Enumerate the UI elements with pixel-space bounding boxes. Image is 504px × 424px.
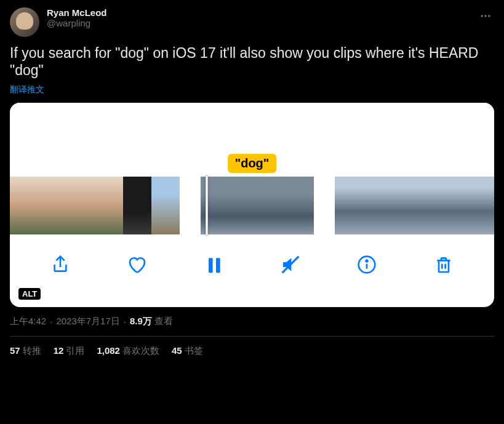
- speaker-muted-icon: [281, 255, 300, 274]
- timeline-frame: [420, 177, 448, 234]
- timeline-frame: [335, 177, 363, 234]
- svg-point-1: [484, 15, 486, 17]
- timeline-frame: [95, 177, 123, 234]
- pause-icon: [204, 255, 223, 274]
- retweets-count: 57: [10, 345, 20, 357]
- quotes-stat[interactable]: 12 引用: [54, 345, 85, 357]
- dot-separator: ·: [50, 316, 52, 327]
- media-toolbar: [10, 234, 494, 295]
- retweets-stat[interactable]: 57 转推: [10, 345, 41, 357]
- media-card[interactable]: "dog": [10, 103, 494, 307]
- timeline-frame: [123, 177, 151, 234]
- avatar[interactable]: [10, 7, 39, 37]
- timeline-frame: [257, 177, 286, 234]
- tweet-text: If you search for "dog" on iOS 17 it'll …: [10, 44, 494, 79]
- svg-rect-3: [209, 258, 213, 273]
- pause-button[interactable]: [201, 252, 226, 277]
- timeline-frame: [229, 177, 257, 234]
- timeline-frame: [201, 177, 229, 234]
- svg-point-2: [488, 15, 490, 17]
- divider: [10, 336, 494, 337]
- tweet: Ryan McLeod @warpling If you search for …: [0, 0, 504, 364]
- tweet-stats: 57 转推 12 引用 1,082 喜欢次数 45 书签: [10, 345, 494, 357]
- timeline-frame: [286, 177, 314, 234]
- quotes-label: 引用: [66, 345, 84, 357]
- share-icon: [50, 255, 70, 274]
- more-button[interactable]: [477, 7, 494, 27]
- video-timeline[interactable]: [10, 177, 494, 234]
- timeline-frame: [476, 177, 494, 234]
- views-count: 8.9万: [130, 316, 152, 327]
- timeline-frame: [448, 177, 476, 234]
- tweet-time[interactable]: 上午4:42: [10, 316, 46, 327]
- bookmarks-stat[interactable]: 45 书签: [172, 345, 203, 357]
- translate-link[interactable]: 翻译推文: [10, 84, 44, 95]
- timeline-frame: [363, 177, 391, 234]
- timeline-frame: [38, 177, 66, 234]
- caption-keyword-label: "dog": [228, 154, 277, 173]
- quotes-count: 12: [54, 345, 64, 357]
- svg-point-0: [481, 15, 483, 17]
- bookmarks-label: 书签: [185, 345, 203, 357]
- display-name[interactable]: Ryan McLeod: [47, 7, 470, 18]
- heart-icon: [127, 255, 147, 274]
- timeline-frame: [391, 177, 420, 234]
- clip-group-3[interactable]: [335, 177, 494, 234]
- timeline-frame: [151, 177, 180, 234]
- tweet-header: Ryan McLeod @warpling: [10, 7, 494, 37]
- like-button[interactable]: [125, 252, 150, 277]
- retweets-label: 转推: [23, 345, 41, 357]
- timeline-frame: [66, 177, 95, 234]
- likes-label: 喜欢次数: [122, 345, 159, 357]
- info-icon: [357, 255, 377, 274]
- likes-stat[interactable]: 1,082 喜欢次数: [97, 345, 159, 357]
- user-info: Ryan McLeod @warpling: [47, 7, 470, 28]
- more-icon: [479, 10, 492, 22]
- media-whitespace: "dog": [10, 103, 494, 177]
- info-button[interactable]: [354, 252, 379, 277]
- tweet-meta: 上午4:42 · 2023年7月17日 · 8.9万 查看: [10, 316, 494, 327]
- username[interactable]: @warpling: [47, 18, 470, 28]
- share-button[interactable]: [48, 252, 73, 277]
- playhead[interactable]: [206, 175, 208, 236]
- svg-point-8: [366, 260, 368, 262]
- alt-badge[interactable]: ALT: [18, 288, 41, 300]
- svg-rect-4: [216, 258, 220, 273]
- timeline-frame: [10, 177, 38, 234]
- clip-group-2[interactable]: [201, 177, 314, 234]
- trash-icon: [434, 255, 454, 274]
- bookmarks-count: 45: [172, 345, 182, 357]
- mute-button[interactable]: [278, 252, 303, 277]
- dot-separator: ·: [124, 316, 126, 327]
- likes-count: 1,082: [97, 345, 120, 357]
- clip-group-1[interactable]: [10, 177, 180, 234]
- delete-button[interactable]: [431, 252, 456, 277]
- tweet-date[interactable]: 2023年7月17日: [56, 316, 119, 327]
- views-label: 查看: [154, 316, 173, 327]
